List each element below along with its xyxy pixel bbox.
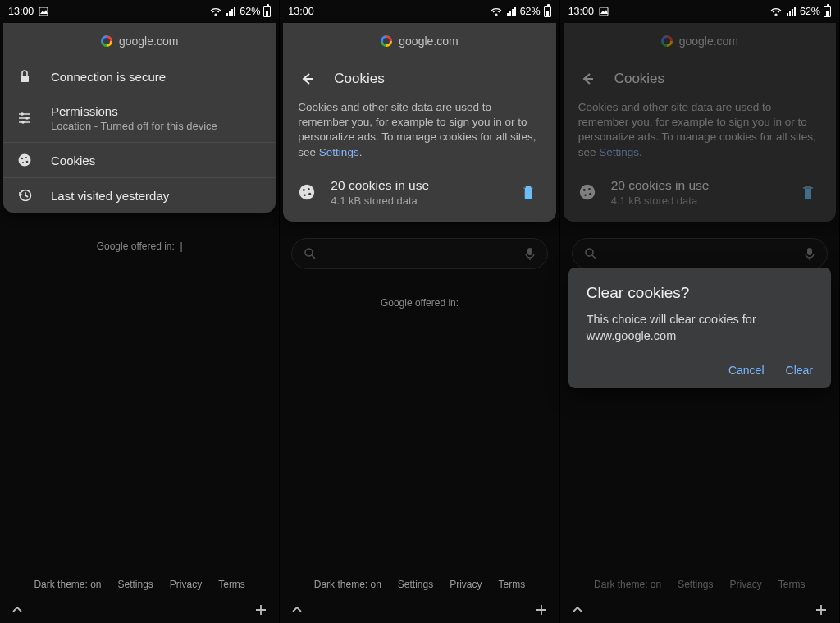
svg-rect-1 bbox=[21, 76, 29, 82]
back-button bbox=[578, 71, 595, 87]
last-visited-label: Last visited yesterday bbox=[51, 189, 169, 203]
screen-clear-dialog: 13:00 62% google.com Cookies Cookies and… bbox=[560, 0, 840, 623]
site-domain: google.com bbox=[399, 34, 458, 48]
status-bar: 13:00 62% bbox=[560, 0, 839, 23]
plus-icon[interactable] bbox=[533, 602, 550, 618]
mic-icon bbox=[804, 247, 815, 260]
svg-point-14 bbox=[299, 185, 314, 199]
footer-privacy[interactable]: Privacy bbox=[450, 579, 482, 590]
cookies-title: Cookies bbox=[614, 71, 664, 87]
svg-line-31 bbox=[592, 255, 596, 259]
signal-icon bbox=[225, 7, 236, 16]
footer-settings[interactable]: Settings bbox=[398, 579, 433, 590]
battery-icon bbox=[824, 6, 831, 17]
svg-point-26 bbox=[588, 188, 590, 190]
site-header: google.com bbox=[283, 23, 555, 59]
footer-terms[interactable]: Terms bbox=[499, 579, 526, 590]
cookies-sheet: google.com Cookies Cookies and other sit… bbox=[283, 23, 555, 222]
delete-cookies-button[interactable] bbox=[515, 179, 541, 205]
chevron-up-icon[interactable] bbox=[10, 602, 25, 617]
google-favicon-icon bbox=[101, 35, 112, 47]
offered-in-text: Google offered in: bbox=[381, 297, 459, 309]
svg-point-10 bbox=[25, 157, 27, 158]
cookies-row[interactable]: Cookies bbox=[3, 143, 276, 178]
settings-link: Settings bbox=[599, 146, 639, 158]
search-bar[interactable] bbox=[291, 238, 547, 269]
svg-line-21 bbox=[312, 255, 315, 259]
cookies-summary-row: 20 cookies in use 4.1 kB stored data bbox=[283, 172, 555, 222]
cancel-button[interactable]: Cancel bbox=[728, 364, 765, 377]
cookies-description: Cookies and other site data are used to … bbox=[564, 98, 836, 172]
plus-icon[interactable] bbox=[253, 602, 269, 618]
screen-site-info: 13:00 62% google.com Connection is secur… bbox=[0, 0, 280, 623]
plus-icon[interactable] bbox=[813, 602, 829, 618]
clear-button[interactable]: Clear bbox=[786, 364, 813, 377]
svg-rect-29 bbox=[805, 189, 811, 199]
footer-settings[interactable]: Settings bbox=[118, 579, 153, 590]
cookie-icon bbox=[16, 153, 33, 167]
svg-point-24 bbox=[579, 185, 594, 199]
permissions-sublabel: Location - Turned off for this device bbox=[51, 120, 217, 132]
footer-links: Dark theme: on Settings Privacy Terms bbox=[560, 579, 839, 590]
arrow-left-icon bbox=[298, 71, 314, 87]
svg-rect-32 bbox=[807, 248, 812, 255]
back-button[interactable] bbox=[298, 71, 314, 87]
footer-darktheme[interactable]: Dark theme: on bbox=[314, 579, 381, 590]
footer-privacy[interactable]: Privacy bbox=[170, 579, 202, 590]
image-icon bbox=[599, 7, 609, 16]
svg-point-9 bbox=[21, 158, 23, 159]
chevron-up-icon[interactable] bbox=[570, 602, 585, 617]
site-header: google.com bbox=[3, 23, 276, 59]
cookies-size: 4.1 kB stored data bbox=[331, 195, 500, 207]
svg-rect-19 bbox=[525, 189, 532, 199]
svg-point-12 bbox=[22, 162, 24, 163]
wifi-icon bbox=[210, 7, 221, 16]
cookies-label: Cookies bbox=[51, 153, 95, 167]
google-favicon-icon bbox=[381, 35, 392, 47]
search-bar bbox=[572, 238, 828, 269]
svg-point-7 bbox=[21, 121, 25, 124]
offered-in-text: Google offered in: bbox=[97, 240, 175, 252]
last-visited-row[interactable]: Last visited yesterday bbox=[3, 178, 276, 213]
svg-point-16 bbox=[308, 188, 310, 190]
svg-point-27 bbox=[589, 193, 591, 195]
footer-darktheme[interactable]: Dark theme: on bbox=[34, 579, 101, 590]
cookies-title: Cookies bbox=[334, 71, 384, 87]
svg-point-20 bbox=[305, 249, 313, 256]
svg-point-18 bbox=[304, 195, 306, 196]
mic-icon[interactable] bbox=[524, 247, 536, 260]
delete-cookies-button bbox=[795, 179, 821, 205]
google-favicon-icon bbox=[661, 35, 673, 47]
tune-icon bbox=[16, 111, 33, 126]
time: 13:00 bbox=[8, 6, 34, 17]
signal-icon bbox=[785, 7, 797, 16]
connection-secure-row[interactable]: Connection is secure bbox=[3, 59, 276, 94]
svg-point-5 bbox=[21, 112, 24, 116]
battery-icon bbox=[263, 6, 271, 17]
battery-pct: 62% bbox=[240, 6, 260, 17]
bottom-bar bbox=[560, 597, 839, 623]
battery-icon bbox=[544, 6, 551, 17]
wifi-icon bbox=[491, 7, 502, 16]
footer-links: Dark theme: on Settings Privacy Terms bbox=[280, 579, 559, 590]
site-domain: google.com bbox=[119, 34, 178, 48]
cookies-size: 4.1 kB stored data bbox=[611, 195, 780, 207]
site-domain: google.com bbox=[679, 34, 738, 48]
status-bar: 13:00 62% bbox=[280, 0, 559, 23]
chevron-up-icon[interactable] bbox=[290, 602, 304, 617]
svg-point-6 bbox=[25, 117, 29, 120]
settings-link[interactable]: Settings bbox=[319, 146, 359, 158]
trash-icon bbox=[521, 184, 536, 200]
cookies-sheet-dimmed: google.com Cookies Cookies and other sit… bbox=[564, 23, 836, 222]
time: 13:00 bbox=[288, 6, 313, 17]
permissions-row[interactable]: Permissions Location - Turned off for th… bbox=[3, 94, 276, 143]
site-info-sheet: google.com Connection is secure Permissi… bbox=[3, 23, 276, 213]
cookie-icon bbox=[298, 183, 316, 201]
footer-terms[interactable]: Terms bbox=[218, 579, 245, 590]
footer-terms: Terms bbox=[778, 579, 806, 590]
clear-cookies-dialog: Clear cookies? This choice will clear co… bbox=[568, 268, 831, 388]
bottom-bar bbox=[0, 597, 279, 623]
trash-icon bbox=[801, 184, 815, 200]
cookies-summary-row: 20 cookies in use 4.1 kB stored data bbox=[564, 172, 836, 222]
footer-darktheme: Dark theme: on bbox=[594, 579, 661, 590]
